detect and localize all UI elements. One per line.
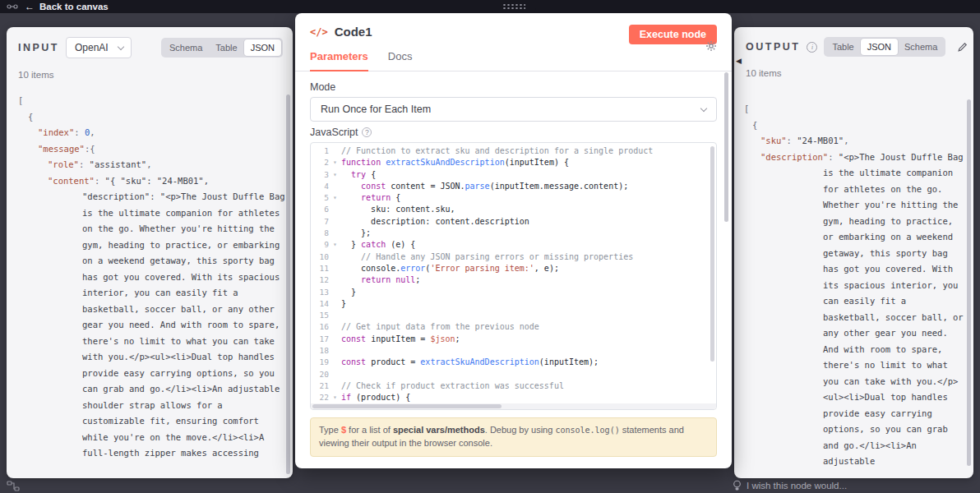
input-scrollbar[interactable] (286, 94, 290, 474)
input-tab-json[interactable]: JSON (244, 39, 281, 56)
code-text: // Handle any JSON parsing errors or mis… (341, 251, 633, 263)
line-number: 21 (311, 380, 329, 392)
code-text: }; (341, 228, 371, 239)
code-text: const inputItem = $json; (341, 334, 460, 345)
top-header: ← Back to canvas (0, 0, 980, 13)
code-line[interactable]: 20 (311, 369, 716, 380)
json-comma: , (146, 159, 151, 169)
code-line[interactable]: 3▾ try { (311, 169, 716, 181)
edit-output-button[interactable] (957, 41, 968, 53)
code-line[interactable]: 19const product = extractSkuAndDescripti… (311, 357, 716, 368)
wish-text: I wish this node would... (747, 481, 847, 491)
lightbulb-icon (733, 480, 742, 491)
code-line[interactable]: 21// Check if product extraction was suc… (311, 380, 716, 392)
input-tab-table[interactable]: Table (209, 39, 243, 56)
fold-gutter (329, 263, 341, 274)
code-text: return { (341, 192, 400, 204)
output-panel-header: OUTPUT i Table JSON Schema (734, 27, 973, 60)
code-node-icon: </> (310, 26, 328, 38)
json-row: "role": "assistant", (18, 157, 286, 173)
input-tab-schema[interactable]: Schema (163, 39, 209, 56)
info-icon[interactable]: i (807, 42, 817, 53)
fold-gutter (329, 145, 341, 157)
fold-gutter (329, 321, 341, 333)
code-line[interactable]: 9▾ } catch (e) { (311, 239, 716, 251)
node-wish-prompt[interactable]: I wish this node would... (733, 480, 847, 491)
drag-dots-icon (502, 3, 525, 10)
chevron-down-icon (117, 43, 123, 49)
code-line[interactable]: 5▾ return { (311, 192, 716, 204)
json-colon: : (828, 152, 839, 162)
json-row: { (18, 109, 286, 126)
modal-drag-handle[interactable] (492, 0, 536, 12)
help-icon[interactable]: ? (362, 127, 372, 137)
line-number: 10 (311, 251, 329, 263)
output-tab-table[interactable]: Table (825, 39, 860, 55)
code-line[interactable]: 6 sku: content.sku, (311, 204, 716, 215)
input-panel-title: INPUT (18, 42, 59, 53)
code-line[interactable]: 12 return null; (311, 274, 716, 286)
code-line[interactable]: 13 } (311, 287, 716, 298)
json-key: "index" (38, 127, 74, 137)
code-line[interactable]: 8 }; (311, 228, 716, 239)
node-settings-gear-icon[interactable] (705, 40, 717, 52)
line-number: 8 (311, 228, 329, 239)
fold-arrow-icon[interactable]: ▾ (329, 169, 341, 181)
output-tab-json[interactable]: JSON (861, 39, 898, 55)
code-line[interactable]: 7 description: content.description (311, 216, 716, 228)
input-json-view: [{"index": 0,"message":{"role": "assista… (7, 91, 286, 475)
json-colon: : (787, 136, 797, 145)
json-row: { (744, 117, 967, 134)
editor-horizontal-scrollbar[interactable] (312, 404, 502, 408)
code-line[interactable]: 4 const content = JSON.parse(inputItem.m… (311, 181, 716, 192)
code-line[interactable]: 17const inputItem = $json; (311, 334, 716, 345)
json-row: "content": "{ "sku": "24-MB01", "descrip… (18, 173, 286, 462)
output-scrollbar[interactable] (967, 99, 971, 466)
editor-vertical-scrollbar[interactable] (710, 146, 714, 362)
code-line[interactable]: 15 (311, 310, 716, 321)
code-line[interactable]: 2▾function extractSkuAndDescription(inpu… (311, 157, 716, 168)
json-row: "description": "<p>The Joust Duffle Bag … (744, 150, 967, 470)
code-line[interactable]: 22▾if (product) { (311, 392, 716, 403)
line-number: 14 (311, 298, 329, 310)
back-label: Back to canvas (39, 2, 109, 12)
output-view-tabs: Table JSON Schema (824, 37, 945, 57)
json-colon: : (95, 176, 105, 186)
code-line[interactable]: 16// Get input data from the previous no… (311, 321, 716, 333)
code-line[interactable]: 14} (311, 298, 716, 310)
code-line[interactable]: 1// Function to extract sku and descript… (311, 145, 716, 157)
fold-arrow-icon[interactable]: ▾ (329, 192, 341, 204)
fold-gutter (329, 251, 341, 263)
output-tab-schema[interactable]: Schema (898, 39, 944, 55)
output-json-view: [{"sku": "24-MB01","description": "<p>Th… (734, 99, 967, 475)
fold-arrow-icon[interactable]: ▾ (329, 239, 341, 251)
mode-select[interactable]: Run Once for Each Item (310, 97, 717, 122)
code-line[interactable]: 11 console.error('Error parsing item:', … (311, 263, 716, 274)
line-number: 20 (311, 369, 329, 380)
back-arrow-icon: ← (25, 2, 35, 12)
back-to-canvas-link[interactable]: ← Back to canvas (25, 2, 109, 12)
code-text: const content = JSON.parse(inputItem.mes… (341, 181, 628, 192)
fold-arrow-icon[interactable]: ▾ (329, 157, 341, 168)
json-row: "sku": "24-MB01", (744, 133, 967, 150)
input-panel: INPUT OpenAI Schema Table JSON 10 items … (7, 27, 293, 478)
code-line[interactable]: 18 (311, 345, 716, 357)
json-punctuation: { (752, 120, 757, 130)
editor-hint: Type $ for a list of special vars/method… (310, 417, 717, 457)
line-number: 2 (311, 157, 329, 168)
input-source-select[interactable]: OpenAI (66, 37, 132, 58)
code-text: } (341, 298, 346, 310)
tab-docs[interactable]: Docs (388, 50, 413, 71)
fold-arrow-icon[interactable]: ▾ (329, 392, 341, 403)
modal-scrollbar[interactable] (724, 72, 728, 222)
fold-gutter (329, 216, 341, 228)
code-editor[interactable]: 1// Function to extract sku and descript… (310, 142, 717, 410)
code-text: function extractSkuAndDescription(inputI… (341, 157, 569, 168)
collapse-panel-arrow-icon[interactable]: ◀ (736, 57, 742, 65)
fold-gutter (329, 287, 341, 298)
json-comma: , (90, 127, 95, 137)
code-line[interactable]: 10 // Handle any JSON parsing errors or … (311, 251, 716, 263)
hint-text: for a list of (346, 425, 393, 435)
line-number: 19 (311, 357, 329, 368)
tab-parameters[interactable]: Parameters (310, 50, 368, 71)
